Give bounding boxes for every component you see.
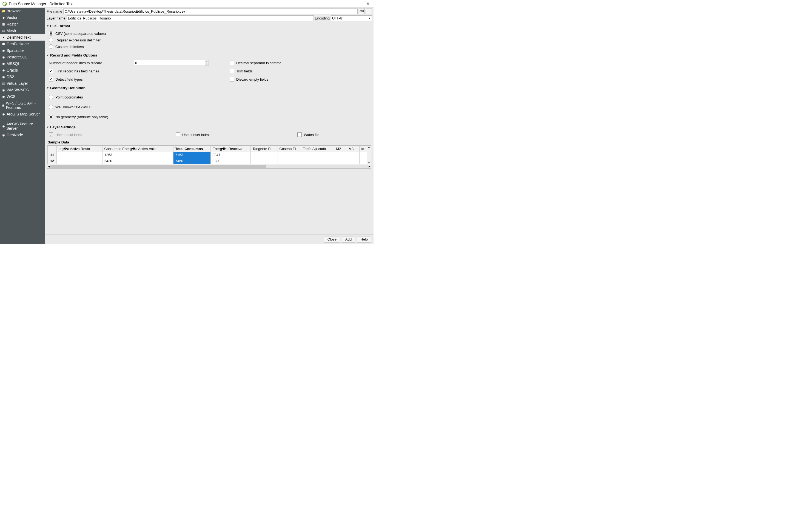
decimal-comma-checkbox[interactable] [230, 61, 234, 65]
source-icon: ▦ [2, 23, 5, 26]
sidebar-item-label: Raster [6, 22, 18, 26]
source-icon: ◉ [2, 75, 5, 79]
sidebar-item-raster[interactable]: ▦Raster [0, 21, 45, 27]
discard-empty-checkbox[interactable] [230, 77, 234, 82]
browse-file-button[interactable]: … [366, 8, 372, 14]
scroll-right-icon[interactable]: ▶ [368, 165, 371, 168]
svg-rect-1 [5, 4, 7, 5]
encoding-label: Encoding [315, 16, 330, 20]
column-header[interactable]: erg�a Activa Resto [57, 146, 102, 152]
sidebar-item-postgresql[interactable]: ◉PostgreSQL [0, 54, 45, 60]
column-header[interactable]: Coseno FI [278, 146, 301, 152]
sidebar-item-arcgis-feature-server[interactable]: ◉ArcGIS Feature Server [0, 121, 45, 132]
trim-fields-checkbox[interactable] [230, 69, 234, 73]
source-icon: ◉ [2, 125, 5, 128]
geom-option[interactable]: Point coordinates [49, 92, 370, 102]
sidebar-item-label: Browser [6, 9, 20, 13]
file-format-option[interactable]: CSV (comma separated values) [49, 30, 370, 37]
add-button[interactable]: Add [342, 236, 355, 242]
geom-option[interactable]: Well known text (WKT) [49, 102, 370, 112]
sidebar-item-spatialite[interactable]: ◉SpatiaLite [0, 47, 45, 54]
table-row[interactable]: 11125371533347 [48, 152, 371, 158]
sidebar-item-db2[interactable]: ◉DB2 [0, 73, 45, 80]
spatial-index-checkbox [49, 132, 53, 137]
source-icon: ◉ [2, 112, 5, 116]
sample-data-table-wrap: erg�a Activa RestoConsumos Energ�a Activ… [47, 145, 371, 169]
geom-option[interactable]: No geometry (attribute only table) [49, 112, 370, 122]
sidebar-item-wfs-ogc-api-features[interactable]: ◉WFS / OGC API - Features [0, 100, 45, 111]
collapse-icon: ▼ [47, 54, 49, 57]
file-name-input[interactable] [63, 9, 358, 14]
source-icon: ◉ [2, 133, 5, 137]
sidebar-item-geonode[interactable]: ◉GeoNode [0, 132, 45, 138]
sidebar-item-label: ArcGIS Feature Server [6, 122, 43, 130]
sidebar-item-wms-wmts[interactable]: ◉WMS/WMTS [0, 87, 45, 93]
column-header[interactable]: M2 [334, 146, 347, 152]
sidebar-item-vector[interactable]: ◆Vector [0, 14, 45, 21]
layer-settings-header[interactable]: ▼ Layer Settings [46, 124, 373, 130]
record-opts-header[interactable]: ▼ Record and Fields Options [46, 52, 373, 58]
header-lines-label: Number of header lines to discard [49, 61, 131, 65]
chevron-down-icon: ▼ [368, 17, 371, 20]
spin-up-icon[interactable]: ▲ [205, 60, 208, 63]
sidebar-item-label: GeoNode [6, 133, 23, 137]
geom-def-header[interactable]: ▼ Geometry Definition [46, 85, 373, 91]
watch-file-checkbox[interactable] [298, 132, 302, 137]
collapse-icon: ▼ [47, 126, 49, 129]
column-header[interactable]: Tarifa Aplicada [301, 146, 334, 152]
sidebar-item-wcs[interactable]: ◉WCS [0, 93, 45, 100]
source-icon: ◉ [2, 104, 5, 107]
close-icon[interactable]: ✕ [364, 1, 371, 6]
layer-name-input[interactable] [67, 15, 314, 21]
detect-types-checkbox[interactable] [49, 77, 53, 82]
first-record-checkbox[interactable] [49, 69, 53, 73]
radio-icon[interactable] [49, 115, 53, 119]
svg-point-0 [3, 2, 6, 6]
header-lines-spinner[interactable]: ▲▼ [134, 60, 213, 66]
sidebar-item-label: ArcGIS Map Server [6, 112, 40, 116]
sidebar-item-label: SpatiaLite [6, 48, 24, 53]
vertical-scrollbar[interactable]: ▲▼ [367, 146, 371, 164]
collapse-icon: ▼ [47, 25, 49, 27]
radio-icon[interactable] [49, 44, 53, 49]
sidebar-item-delimited-text[interactable]: •Delimited Text [0, 34, 45, 41]
file-format-header[interactable]: ▼ File Format [46, 23, 373, 29]
column-header[interactable]: Total Consumos [173, 146, 211, 152]
sidebar-item-virtual-layer[interactable]: ◫Virtual Layer [0, 80, 45, 87]
column-header[interactable]: M3 [347, 146, 360, 152]
main-panel: File name ⌫ … Layer name Encoding UTF-8 … [45, 8, 374, 244]
help-button[interactable]: Help [357, 236, 371, 242]
sidebar-item-label: DB2 [6, 74, 14, 79]
file-format-option[interactable]: Regular expression delimiter [49, 37, 370, 43]
sidebar-item-arcgis-map-server[interactable]: ◉ArcGIS Map Server [0, 111, 45, 117]
file-format-option[interactable]: Custom delimiters [49, 43, 370, 50]
clear-file-button[interactable]: ⌫ [359, 8, 365, 14]
table-row[interactable]: 12242074603280 [48, 158, 371, 164]
qgis-icon [2, 1, 7, 6]
column-header[interactable]: Consumos Energ�a Activa Valle [102, 146, 173, 152]
scroll-left-icon[interactable]: ◀ [48, 165, 50, 168]
radio-icon[interactable] [49, 105, 53, 109]
sidebar-item-mesh[interactable]: ▤Mesh [0, 27, 45, 34]
source-icon: • [2, 36, 5, 39]
encoding-select[interactable]: UTF-8 ▼ [331, 15, 372, 21]
sidebar-item-geopackage[interactable]: ⬢GeoPackage [0, 41, 45, 47]
sidebar-item-oracle[interactable]: ◉Oracle [0, 67, 45, 73]
radio-icon[interactable] [49, 95, 53, 99]
sample-data-table[interactable]: erg�a Activa RestoConsumos Energ�a Activ… [47, 146, 371, 164]
horizontal-scrollbar[interactable]: ◀ ▶ [47, 164, 371, 168]
source-icon: ◉ [2, 69, 5, 72]
spin-down-icon[interactable]: ▼ [205, 63, 208, 65]
sidebar-item-mssql[interactable]: ◉MSSQL [0, 60, 45, 67]
close-button[interactable]: Close [324, 236, 340, 242]
sidebar-item-browser[interactable]: 📁Browser [0, 8, 45, 14]
column-header[interactable]: Energ�a Reactiva [211, 146, 251, 152]
sidebar-item-label: WMS/WMTS [6, 88, 29, 92]
sidebar: 📁Browser◆Vector▦Raster▤Mesh•Delimited Te… [0, 8, 45, 244]
source-icon: ◉ [2, 62, 5, 66]
column-header[interactable]: Tangente FI [251, 146, 278, 152]
radio-icon[interactable] [49, 31, 53, 36]
radio-icon[interactable] [49, 38, 53, 42]
subset-index-checkbox[interactable] [176, 132, 180, 137]
sample-data-label: Sample Data [46, 139, 373, 145]
